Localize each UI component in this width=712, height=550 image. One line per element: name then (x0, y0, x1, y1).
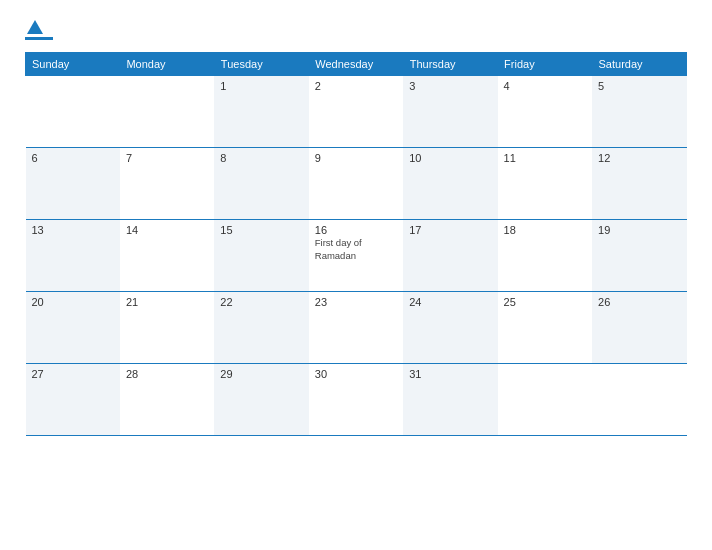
calendar-cell: 29 (214, 364, 308, 436)
day-number: 14 (126, 224, 208, 236)
col-header-wednesday: Wednesday (309, 53, 403, 76)
day-number: 25 (504, 296, 586, 308)
calendar-cell: 14 (120, 220, 214, 292)
day-number: 30 (315, 368, 397, 380)
calendar-cell: 16First day of Ramadan (309, 220, 403, 292)
header (25, 20, 687, 40)
calendar-cell: 18 (498, 220, 592, 292)
day-number: 11 (504, 152, 586, 164)
calendar-cell: 6 (26, 148, 120, 220)
calendar-cell: 23 (309, 292, 403, 364)
calendar-cell: 17 (403, 220, 497, 292)
calendar-cell: 8 (214, 148, 308, 220)
calendar-cell: 19 (592, 220, 686, 292)
day-number: 28 (126, 368, 208, 380)
calendar-cell: 12 (592, 148, 686, 220)
calendar-cell (592, 364, 686, 436)
calendar-week-4: 20212223242526 (26, 292, 687, 364)
calendar-cell: 22 (214, 292, 308, 364)
logo (25, 20, 55, 40)
calendar-cell (498, 364, 592, 436)
calendar-cell: 10 (403, 148, 497, 220)
calendar-cell: 13 (26, 220, 120, 292)
day-number: 24 (409, 296, 491, 308)
logo-line-icon (25, 37, 53, 40)
calendar-table: SundayMondayTuesdayWednesdayThursdayFrid… (25, 52, 687, 436)
calendar-week-3: 13141516First day of Ramadan171819 (26, 220, 687, 292)
calendar-cell: 31 (403, 364, 497, 436)
event-label: First day of Ramadan (315, 237, 362, 261)
calendar-cell: 2 (309, 76, 403, 148)
col-header-tuesday: Tuesday (214, 53, 308, 76)
calendar-cell: 27 (26, 364, 120, 436)
day-number: 8 (220, 152, 302, 164)
calendar-cell: 26 (592, 292, 686, 364)
day-number: 16 (315, 224, 397, 236)
col-header-saturday: Saturday (592, 53, 686, 76)
col-header-friday: Friday (498, 53, 592, 76)
col-header-sunday: Sunday (26, 53, 120, 76)
day-number: 7 (126, 152, 208, 164)
day-number: 29 (220, 368, 302, 380)
calendar-cell: 7 (120, 148, 214, 220)
day-number: 31 (409, 368, 491, 380)
calendar-cell: 11 (498, 148, 592, 220)
calendar-cell: 24 (403, 292, 497, 364)
day-number: 26 (598, 296, 680, 308)
day-number: 13 (32, 224, 114, 236)
day-number: 17 (409, 224, 491, 236)
col-header-thursday: Thursday (403, 53, 497, 76)
page: SundayMondayTuesdayWednesdayThursdayFrid… (0, 0, 712, 550)
calendar-cell: 25 (498, 292, 592, 364)
day-number: 23 (315, 296, 397, 308)
day-number: 19 (598, 224, 680, 236)
day-number: 10 (409, 152, 491, 164)
day-number: 21 (126, 296, 208, 308)
day-number: 6 (32, 152, 114, 164)
col-header-monday: Monday (120, 53, 214, 76)
calendar-cell: 20 (26, 292, 120, 364)
day-number: 12 (598, 152, 680, 164)
calendar-cell: 5 (592, 76, 686, 148)
calendar-cell: 15 (214, 220, 308, 292)
calendar-cell: 4 (498, 76, 592, 148)
calendar-header-row: SundayMondayTuesdayWednesdayThursdayFrid… (26, 53, 687, 76)
calendar-week-1: 12345 (26, 76, 687, 148)
calendar-cell: 1 (214, 76, 308, 148)
calendar-week-5: 2728293031 (26, 364, 687, 436)
day-number: 5 (598, 80, 680, 92)
day-number: 3 (409, 80, 491, 92)
calendar-week-2: 6789101112 (26, 148, 687, 220)
logo-triangle-icon (27, 20, 43, 34)
day-number: 4 (504, 80, 586, 92)
calendar-cell: 28 (120, 364, 214, 436)
calendar-cell (120, 76, 214, 148)
day-number: 20 (32, 296, 114, 308)
day-number: 22 (220, 296, 302, 308)
day-number: 15 (220, 224, 302, 236)
day-number: 18 (504, 224, 586, 236)
day-number: 9 (315, 152, 397, 164)
logo-block (25, 20, 55, 40)
calendar-cell (26, 76, 120, 148)
calendar-cell: 30 (309, 364, 403, 436)
day-number: 1 (220, 80, 302, 92)
calendar-cell: 3 (403, 76, 497, 148)
calendar-cell: 21 (120, 292, 214, 364)
calendar-cell: 9 (309, 148, 403, 220)
day-number: 27 (32, 368, 114, 380)
day-number: 2 (315, 80, 397, 92)
